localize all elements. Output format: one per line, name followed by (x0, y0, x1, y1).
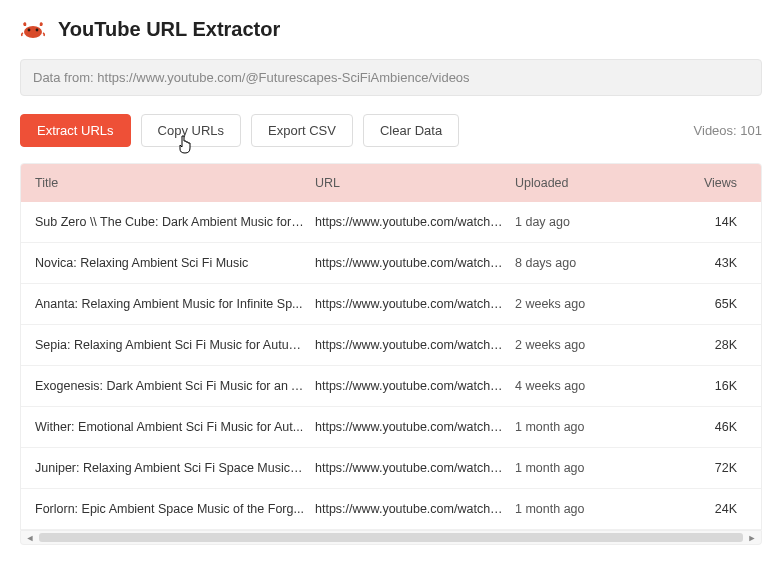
export-csv-button[interactable]: Export CSV (251, 114, 353, 147)
cell-title: Exogenesis: Dark Ambient Sci Fi Music fo… (35, 379, 315, 393)
table-row[interactable]: Sepia: Relaxing Ambient Sci Fi Music for… (21, 325, 761, 366)
copy-urls-button[interactable]: Copy URLs (141, 114, 241, 147)
cell-url: https://www.youtube.com/watch?v=7sj... (315, 379, 515, 393)
clear-data-button[interactable]: Clear Data (363, 114, 459, 147)
video-count: Videos: 101 (694, 123, 762, 138)
cell-url: https://www.youtube.com/watch?v=G_-... (315, 215, 515, 229)
cell-views: 24K (625, 502, 747, 516)
source-url-display: Data from: https://www.youtube.com/@Futu… (20, 59, 762, 96)
cell-title: Novica: Relaxing Ambient Sci Fi Music (35, 256, 315, 270)
cell-title: Forlorn: Epic Ambient Space Music of the… (35, 502, 315, 516)
toolbar: Extract URLs Copy URLs Export CSV Clear … (20, 114, 762, 147)
table-header-row: Title URL Uploaded Views (21, 164, 761, 202)
app-header: YouTube URL Extractor (20, 18, 762, 41)
cell-title: Wither: Emotional Ambient Sci Fi Music f… (35, 420, 315, 434)
column-header-views[interactable]: Views (625, 176, 747, 190)
cell-uploaded: 1 day ago (515, 215, 625, 229)
scroll-left-arrow-icon[interactable]: ◄ (23, 531, 37, 544)
table-row[interactable]: Sub Zero \\ The Cube: Dark Ambient Music… (21, 202, 761, 243)
cell-title: Sepia: Relaxing Ambient Sci Fi Music for… (35, 338, 315, 352)
cell-views: 72K (625, 461, 747, 475)
horizontal-scrollbar[interactable]: ◄ ► (20, 531, 762, 545)
cell-uploaded: 8 days ago (515, 256, 625, 270)
cell-views: 14K (625, 215, 747, 229)
results-table: Title URL Uploaded Views Sub Zero \\ The… (20, 163, 762, 531)
table-row[interactable]: Ananta: Relaxing Ambient Music for Infin… (21, 284, 761, 325)
cell-uploaded: 2 weeks ago (515, 338, 625, 352)
cell-url: https://www.youtube.com/watch?v=2k... (315, 502, 515, 516)
table-body[interactable]: Sub Zero \\ The Cube: Dark Ambient Music… (21, 202, 761, 530)
cell-url: https://www.youtube.com/watch?v=Gm... (315, 420, 515, 434)
cell-views: 65K (625, 297, 747, 311)
cell-views: 46K (625, 420, 747, 434)
cell-views: 28K (625, 338, 747, 352)
table-row[interactable]: Wither: Emotional Ambient Sci Fi Music f… (21, 407, 761, 448)
cell-uploaded: 4 weeks ago (515, 379, 625, 393)
cell-uploaded: 1 month ago (515, 502, 625, 516)
svg-point-2 (36, 28, 39, 31)
cell-title: Sub Zero \\ The Cube: Dark Ambient Music… (35, 215, 315, 229)
crab-icon (20, 20, 46, 40)
svg-point-0 (24, 26, 42, 38)
cell-url: https://www.youtube.com/watch?v=ZT... (315, 461, 515, 475)
svg-point-1 (28, 28, 31, 31)
cell-uploaded: 2 weeks ago (515, 297, 625, 311)
cell-uploaded: 1 month ago (515, 461, 625, 475)
column-header-title[interactable]: Title (35, 176, 315, 190)
cell-uploaded: 1 month ago (515, 420, 625, 434)
extract-urls-button[interactable]: Extract URLs (20, 114, 131, 147)
column-header-url[interactable]: URL (315, 176, 515, 190)
scroll-right-arrow-icon[interactable]: ► (745, 531, 759, 544)
cell-url: https://www.youtube.com/watch?v=VTr... (315, 297, 515, 311)
column-header-uploaded[interactable]: Uploaded (515, 176, 625, 190)
cell-views: 16K (625, 379, 747, 393)
cell-title: Ananta: Relaxing Ambient Music for Infin… (35, 297, 315, 311)
cell-title: Juniper: Relaxing Ambient Sci Fi Space M… (35, 461, 315, 475)
scrollbar-thumb[interactable] (39, 533, 743, 542)
cell-url: https://www.youtube.com/watch?v=_O... (315, 256, 515, 270)
cell-views: 43K (625, 256, 747, 270)
cell-url: https://www.youtube.com/watch?v=kil... (315, 338, 515, 352)
table-row[interactable]: Novica: Relaxing Ambient Sci Fi Musichtt… (21, 243, 761, 284)
page-title: YouTube URL Extractor (58, 18, 280, 41)
table-row[interactable]: Forlorn: Epic Ambient Space Music of the… (21, 489, 761, 530)
table-row[interactable]: Exogenesis: Dark Ambient Sci Fi Music fo… (21, 366, 761, 407)
table-row[interactable]: Juniper: Relaxing Ambient Sci Fi Space M… (21, 448, 761, 489)
